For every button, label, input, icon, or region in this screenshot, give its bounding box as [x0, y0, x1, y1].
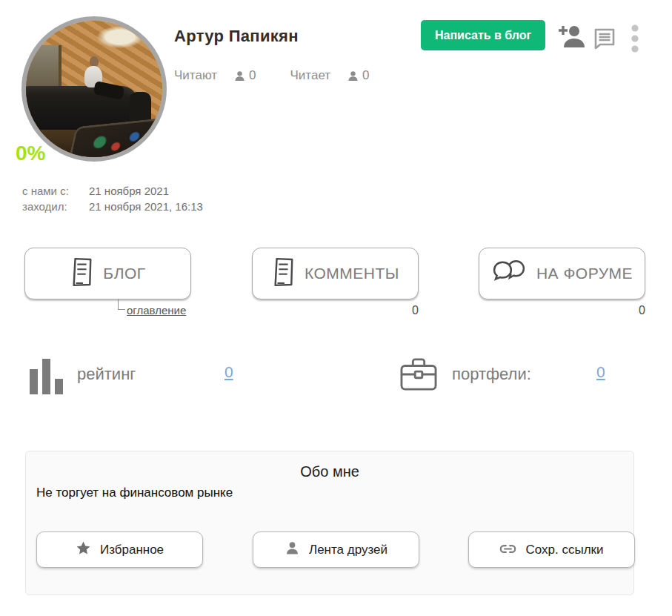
bar-chart-icon [30, 359, 63, 394]
forum-button[interactable]: НА ФОРУМЕ [479, 248, 645, 299]
chat-bubbles-icon [491, 259, 527, 289]
saved-links-button-label: Сохр. ссылки [525, 543, 603, 557]
friends-feed-button[interactable]: Лента друзей [253, 531, 419, 568]
following-label: Читает [290, 68, 331, 83]
person-icon [233, 70, 246, 82]
forum-button-label: НА ФОРУМЕ [536, 265, 633, 282]
portfolios-value-link[interactable]: 0 [596, 363, 605, 381]
about-title: Обо мне [26, 463, 633, 480]
favorites-button[interactable]: Избранное [36, 531, 203, 568]
rating-label: рейтинг [77, 365, 136, 384]
friends-feed-button-label: Лента друзей [309, 543, 387, 557]
profile-page: 0% Артур Папикян Читают 0 Читает 0 Напис… [0, 0, 672, 616]
comments-count: 0 [252, 304, 419, 317]
kebab-menu-icon [630, 44, 640, 55]
forum-count: 0 [479, 304, 645, 317]
last-seen-value: 21 ноября 2021, 16:13 [89, 199, 203, 214]
write-blog-button[interactable]: Написать в блог [421, 20, 545, 50]
following-count[interactable]: 0 [347, 68, 369, 83]
followers-label: Читают [174, 68, 217, 83]
document-icon [70, 256, 93, 291]
person-icon [347, 70, 359, 82]
about-text: Не торгует на финансовом рынке [36, 486, 233, 500]
link-icon [499, 543, 516, 557]
person-icon [285, 540, 300, 560]
about-section: Обо мне Не торгует на финансовом рынке И… [25, 451, 634, 595]
rating-value-link[interactable]: 0 [224, 363, 233, 381]
portfolios-label: портфели: [452, 365, 531, 384]
saved-links-button[interactable]: Сохр. ссылки [468, 531, 635, 568]
followers-count[interactable]: 0 [233, 68, 256, 83]
add-person-icon [557, 39, 585, 50]
add-friend-button[interactable] [557, 24, 585, 48]
followers-count-value: 0 [249, 68, 256, 83]
following-count-value: 0 [362, 68, 369, 83]
star-icon [76, 540, 91, 560]
favorites-button-label: Избранное [100, 543, 164, 557]
dates-block: с нами с: 21 ноября 2021 заходил: 21 ноя… [22, 183, 203, 214]
rating-percent-badge: 0% [16, 142, 45, 165]
member-since-label: с нами с: [22, 183, 89, 199]
avatar[interactable] [21, 16, 167, 162]
avatar-photo [26, 21, 162, 157]
profile-name: Артур Папикян [174, 27, 299, 46]
blog-button-label: БЛОГ [103, 265, 145, 282]
member-since-value: 21 ноября 2021 [89, 183, 169, 199]
blog-toc-link[interactable]: оглавление [127, 304, 186, 317]
blog-button[interactable]: БЛОГ [24, 248, 191, 299]
comments-button-label: КОММЕНТЫ [305, 265, 399, 282]
briefcase-icon [399, 357, 439, 395]
comments-button[interactable]: КОММЕНТЫ [252, 248, 419, 299]
toc-connector-line [118, 299, 125, 310]
more-menu-button[interactable] [628, 24, 642, 53]
follow-row: Читают 0 Читает 0 [174, 68, 370, 83]
document-icon [271, 256, 295, 291]
messages-button[interactable] [593, 27, 616, 50]
last-seen-label: заходил: [22, 199, 89, 214]
chat-icon [593, 42, 616, 53]
